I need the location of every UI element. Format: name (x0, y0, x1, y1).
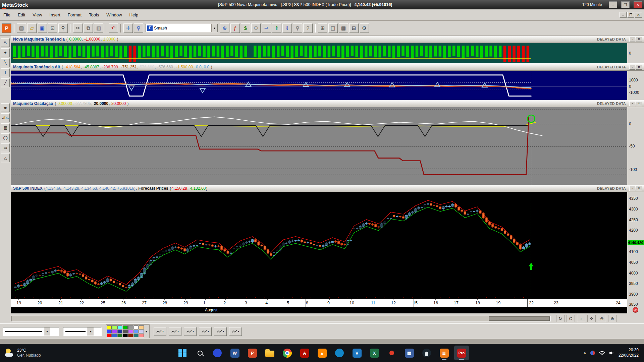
trendline-tool[interactable]: ╲ (1, 58, 10, 67)
weather-widget[interactable]: 23°C Ger. Nublado (0, 348, 46, 358)
wifi-icon[interactable] (599, 351, 605, 355)
open-button[interactable]: ▱ (27, 23, 37, 33)
undo-button[interactable]: ↶ (109, 23, 118, 33)
panel-close-button[interactable]: ✕ (636, 101, 642, 106)
color-swatch[interactable] (112, 329, 117, 333)
menu-help[interactable]: Help (129, 12, 139, 17)
chevron-down-icon[interactable]: ▾ (144, 330, 149, 333)
help-pointer-button[interactable]: ? (303, 23, 313, 33)
explorer-binoculars-button[interactable]: ⚇ (251, 23, 261, 33)
periodicity-button-2[interactable]: ▾ (169, 327, 181, 336)
search-button[interactable] (193, 346, 207, 360)
edge-icon[interactable] (332, 346, 347, 360)
forecaster-button[interactable]: ⇒ (262, 23, 271, 33)
tray-chevron-icon[interactable]: ∧ (583, 351, 586, 355)
color-swatch[interactable] (128, 334, 133, 337)
color-swatch[interactable] (107, 325, 112, 329)
menu-file[interactable]: File (3, 12, 10, 17)
scrollbar-thumb[interactable] (489, 316, 550, 321)
acrobat-icon[interactable]: A (297, 346, 312, 360)
color-swatch[interactable] (133, 325, 139, 329)
text-cursor-tool[interactable]: I (1, 68, 10, 77)
panel-restore-button[interactable]: ▫ (629, 186, 635, 191)
color-swatch[interactable] (112, 334, 117, 337)
periodicity-button-6[interactable]: ▾ (229, 327, 242, 336)
menu-tools[interactable]: Tools (89, 12, 99, 17)
power-console-button[interactable]: P (2, 23, 11, 33)
powerpoint-icon[interactable]: P (245, 346, 260, 360)
expert-advisor-button[interactable]: ⇑ (272, 23, 281, 33)
menu-format[interactable]: Format (68, 12, 82, 17)
window-minimize-button[interactable]: – (609, 1, 617, 8)
attachment-dropdown[interactable]: FSmash▾ (146, 24, 218, 32)
color-swatch[interactable] (133, 329, 139, 333)
chevron-down-icon[interactable]: ▾ (211, 24, 217, 32)
panel-close-button[interactable]: ✕ (636, 65, 642, 70)
zoom-in-button[interactable]: ⊕ (608, 315, 616, 322)
save-button[interactable]: ▣ (38, 23, 47, 33)
panel-header-tendencia[interactable]: Nova Maquineta Tendência ( 0.0000, -1.00… (11, 36, 644, 43)
color-swatch[interactable] (123, 325, 128, 329)
color-swatch[interactable] (128, 325, 133, 329)
zoom-out-button[interactable]: ⊖ (598, 315, 606, 322)
vscode-icon[interactable]: V (350, 346, 364, 360)
file-explorer-icon[interactable] (262, 346, 277, 360)
panel-restore-button[interactable]: ▫ (629, 101, 635, 106)
refresh-button[interactable]: ↻ (556, 315, 565, 322)
color-swatch[interactable] (123, 334, 128, 337)
horizontal-scrollbar[interactable] (11, 316, 551, 321)
panel-header-sp500[interactable]: S&P 500 INDEX (4,134.66, 4,143.28, 4,134… (11, 185, 644, 192)
metastock-app-icon[interactable]: ≣ (437, 346, 451, 360)
chrome-icon[interactable] (280, 346, 294, 360)
sp500-candlestick-plot[interactable] (11, 192, 627, 299)
pattern-tool[interactable]: ▦ (1, 123, 10, 132)
panel-restore-button[interactable]: ▫ (629, 65, 635, 70)
periodicity-button-3[interactable]: ▾ (184, 327, 197, 336)
color-swatch[interactable] (117, 334, 122, 337)
panel-header-oscilacao[interactable]: Maquineta Oscilação ( 0.00000, -27.7805,… (11, 100, 644, 107)
color-swatch[interactable] (107, 329, 112, 333)
tile-layout-button-3[interactable]: ▦ (339, 23, 348, 33)
color-swatch[interactable] (139, 334, 144, 337)
mdi-close-button[interactable]: ✕ (635, 12, 642, 18)
menu-window[interactable]: Window (106, 12, 122, 17)
text-tool[interactable]: abc (1, 113, 10, 122)
date-axis[interactable]: 1920212225262728291234589101112151617181… (11, 299, 627, 307)
zoom-page-button[interactable]: ⚲ (58, 23, 68, 33)
tile-layout-button-1[interactable]: ⊞ (318, 23, 327, 33)
zoom-in-button[interactable]: ⚲ (134, 23, 143, 33)
new-chart-button[interactable]: ▤ (17, 23, 26, 33)
dollar-button[interactable]: $ (241, 23, 250, 33)
security-badge-icon[interactable] (590, 350, 595, 356)
mdi-minimize-button[interactable]: – (620, 12, 627, 18)
rectangle-tool[interactable]: ▭ (1, 143, 10, 152)
oscilacao-plot[interactable] (11, 107, 627, 185)
pointer-mode-button[interactable]: ✛ (123, 23, 133, 33)
crosshair-tool[interactable]: + (1, 48, 10, 57)
color-swatch[interactable] (123, 329, 128, 333)
settings-gear-button[interactable]: ⚙ (360, 23, 369, 33)
color-swatch[interactable] (117, 325, 122, 329)
ellipse-tool[interactable]: ◯ (1, 133, 10, 142)
word-icon[interactable]: W (227, 346, 242, 360)
mdi-restore-button[interactable]: ❐ (627, 12, 634, 18)
delete-line-tool[interactable]: ╱ (1, 78, 10, 87)
start-button[interactable] (175, 346, 190, 360)
menu-view[interactable]: View (33, 12, 42, 17)
pro-app-icon[interactable]: Pro (454, 346, 469, 360)
pan-button[interactable]: ✛ (587, 315, 596, 322)
connection-status-icon[interactable] (633, 307, 638, 313)
panel-close-button[interactable]: ✕ (636, 186, 642, 191)
color-swatch[interactable] (133, 334, 139, 337)
tendencia-plot[interactable] (11, 43, 627, 63)
menu-insert[interactable]: Insert (49, 12, 60, 17)
media-app-icon[interactable] (210, 346, 225, 360)
downloader-button[interactable]: ⇓ (282, 23, 292, 33)
window-maximize-button[interactable]: ❐ (621, 1, 630, 8)
color-swatch[interactable] (139, 325, 144, 329)
clock-widget[interactable]: 20:39 22/08/2022 (619, 348, 639, 358)
color-palette[interactable]: ▾ (106, 324, 150, 338)
panel-close-button[interactable]: ✕ (636, 37, 642, 42)
line-weight-select[interactable]: ▾ (63, 327, 102, 336)
panel-header-tendencia-alt[interactable]: Maquineta Tendência Alt ( -418.564, -45.… (11, 63, 644, 71)
